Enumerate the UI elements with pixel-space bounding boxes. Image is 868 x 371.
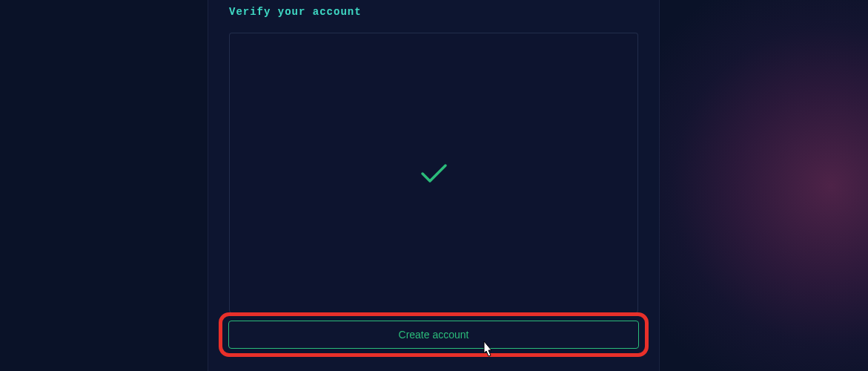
create-account-button[interactable]: Create account <box>228 321 639 349</box>
create-account-label: Create account <box>399 329 469 341</box>
highlight-annotation: Create account <box>219 312 649 357</box>
verify-heading: Verify your account <box>229 6 638 18</box>
background-glow <box>646 0 868 371</box>
verify-status-box <box>229 33 638 313</box>
checkmark-icon <box>419 161 448 185</box>
